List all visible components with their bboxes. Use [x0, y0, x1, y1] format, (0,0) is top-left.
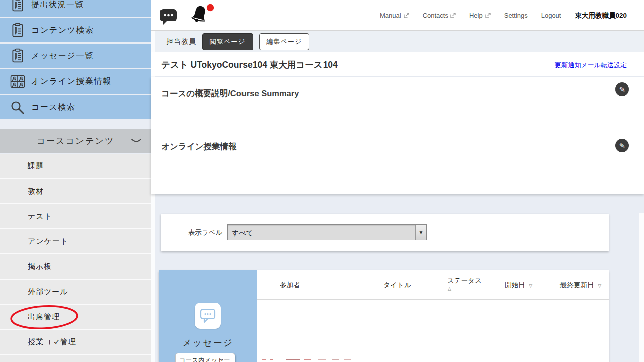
column-label: 開始日 — [505, 281, 525, 289]
link-label: Logout — [541, 12, 561, 19]
pencil-icon: ✎ — [619, 141, 626, 150]
tab-view-page[interactable]: 閲覧ページ — [202, 33, 253, 50]
sidebar-item-label: 出席管理 — [28, 312, 60, 322]
section-title: コースの概要説明/Course Summary — [151, 77, 644, 99]
sidebar-item-message-list[interactable]: メッセージ一覧 — [0, 44, 151, 68]
notifications-bell-icon[interactable] — [191, 4, 212, 27]
sidebar-item-label: オンライン授業情報 — [31, 76, 111, 87]
clipboard-icon — [0, 0, 31, 12]
sidebar-item-label: 課題 — [28, 161, 44, 171]
external-link-icon — [404, 13, 409, 18]
section-title: オンライン授業情報 — [151, 130, 644, 152]
message-bubble-icon — [195, 303, 221, 329]
sidebar-filler — [0, 355, 151, 362]
sidebar-group-label: コースコンテンツ — [37, 135, 115, 147]
page-title: テスト UTokyoCourse104 東大用コース104 — [161, 59, 338, 71]
dropdown-arrow-icon: ▼ — [415, 225, 426, 240]
sort-desc-icon: ▽ — [598, 283, 601, 288]
clipboard-icon — [0, 23, 31, 38]
table-header-row: 参加者 タイトル ステータス △ 開始日 ▽ 最終更新日 ▽ — [257, 270, 609, 300]
sort-asc-icon: △ — [448, 286, 482, 291]
course-title-bar: テスト UTokyoCourse104 東大用コース104 更新通知メール転送設… — [151, 52, 644, 76]
sidebar-item-label: コンテンツ検索 — [31, 25, 94, 36]
sidebar-item-label: アンケート — [28, 237, 68, 246]
sidebar-group-course-contents[interactable]: コースコンテンツ — [0, 129, 151, 153]
clipped-text-artifact — [262, 359, 351, 360]
sidebar-item-label: 教材 — [28, 187, 44, 196]
sidebar-item-surveys[interactable]: アンケート — [0, 229, 151, 254]
top-header: Manual Contacts Help Settings Logout 東大用… — [151, 0, 644, 31]
sort-desc-icon: ▽ — [529, 283, 532, 288]
link-label: Help — [469, 12, 483, 19]
role-label: 担当教員 — [166, 37, 196, 46]
display-label-filter-panel: 表示ラベル すべて ▼ — [161, 214, 609, 251]
sidebar-item-label: 外部ツール — [28, 287, 68, 297]
message-tile-label: メッセージ — [159, 337, 257, 349]
sidebar-gap — [0, 121, 151, 129]
unread-badge — [206, 4, 214, 12]
sidebar-item-bbs[interactable]: 掲示板 — [0, 254, 151, 280]
link-label: Contacts — [423, 12, 448, 19]
section-online-class-info: オンライン授業情報 ✎ — [151, 130, 644, 193]
tab-edit-page[interactable]: 編集ページ — [259, 33, 310, 50]
sidebar-item-label: 授業コマ管理 — [28, 337, 76, 347]
top-links: Manual Contacts Help Settings Logout 東大用… — [380, 0, 627, 31]
sidebar-item-tests[interactable]: テスト — [0, 204, 151, 229]
username: 東大用教職員020 — [575, 11, 627, 20]
column-title: タイトル — [383, 281, 411, 290]
manual-link[interactable]: Manual — [380, 12, 409, 19]
column-start-date[interactable]: 開始日 ▽ — [505, 281, 532, 290]
edit-pencil-button[interactable]: ✎ — [615, 139, 629, 152]
section-course-summary: コースの概要説明/Course Summary ✎ — [151, 77, 644, 130]
message-tooltip: コース内メッセー — [175, 353, 235, 362]
logout-link[interactable]: Logout — [541, 12, 561, 19]
online-class-icon — [0, 75, 31, 88]
link-label: Settings — [504, 12, 528, 19]
course-top-sections: コースの概要説明/Course Summary ✎ オンライン授業情報 ✎ — [151, 77, 644, 194]
sidebar-item-label: テスト — [28, 212, 52, 221]
sidebar-item-attendance[interactable]: 出席管理 — [0, 305, 151, 330]
update-notify-mail-link[interactable]: 更新通知メール転送設定 — [554, 61, 627, 70]
help-link[interactable]: Help — [469, 12, 491, 19]
pencil-icon: ✎ — [619, 85, 626, 94]
role-tab-band: 担当教員 閲覧ページ 編集ページ — [155, 31, 644, 52]
sidebar: 提出状況一覧 コンテンツ検索 — [0, 0, 151, 362]
messages-bubble-icon[interactable] — [160, 8, 177, 25]
column-last-updated[interactable]: 最終更新日 ▽ — [560, 281, 601, 290]
display-label-select[interactable]: すべて ▼ — [227, 224, 427, 240]
column-label: ステータス — [447, 277, 482, 284]
column-status[interactable]: ステータス △ — [447, 276, 482, 291]
sidebar-item-label: 提出状況一覧 — [31, 0, 84, 10]
edit-pencil-button[interactable]: ✎ — [615, 82, 629, 96]
clipboard-icon — [0, 48, 31, 63]
message-tile[interactable]: メッセージ コース内メッセー — [159, 270, 257, 362]
message-table-panel: メッセージ コース内メッセー 参加者 タイトル ステータス △ 開始日 ▽ 最終… — [159, 270, 609, 362]
sidebar-item-class-slot-management[interactable]: 授業コマ管理 — [0, 330, 151, 355]
lms-page: 提出状況一覧 コンテンツ検索 — [0, 0, 644, 362]
sidebar-item-submission-status[interactable]: 提出状況一覧 — [0, 0, 151, 17]
search-icon — [0, 100, 31, 114]
display-label-caption: 表示ラベル — [188, 228, 222, 237]
settings-link[interactable]: Settings — [504, 12, 528, 19]
sidebar-item-online-class-info[interactable]: オンライン授業情報 — [0, 69, 151, 94]
select-value: すべて — [228, 225, 415, 240]
external-link-icon — [450, 13, 456, 18]
sidebar-item-label: 掲示板 — [28, 262, 52, 272]
chevron-down-icon — [131, 138, 142, 144]
column-label: 最終更新日 — [560, 281, 594, 289]
external-link-icon — [485, 13, 491, 18]
contacts-link[interactable]: Contacts — [423, 12, 456, 19]
link-label: Manual — [380, 12, 401, 19]
sidebar-item-materials[interactable]: 教材 — [0, 179, 151, 204]
sidebar-item-label: コース検索 — [31, 102, 75, 113]
sidebar-item-assignments[interactable]: 課題 — [0, 154, 151, 179]
sidebar-item-content-search[interactable]: コンテンツ検索 — [0, 18, 151, 42]
sidebar-item-label: メッセージ一覧 — [31, 51, 94, 61]
sidebar-item-course-search[interactable]: コース検索 — [0, 95, 151, 119]
sidebar-item-external-tools[interactable]: 外部ツール — [0, 280, 151, 305]
scrollbar-track[interactable] — [639, 213, 644, 362]
column-participants: 参加者 — [280, 281, 300, 290]
